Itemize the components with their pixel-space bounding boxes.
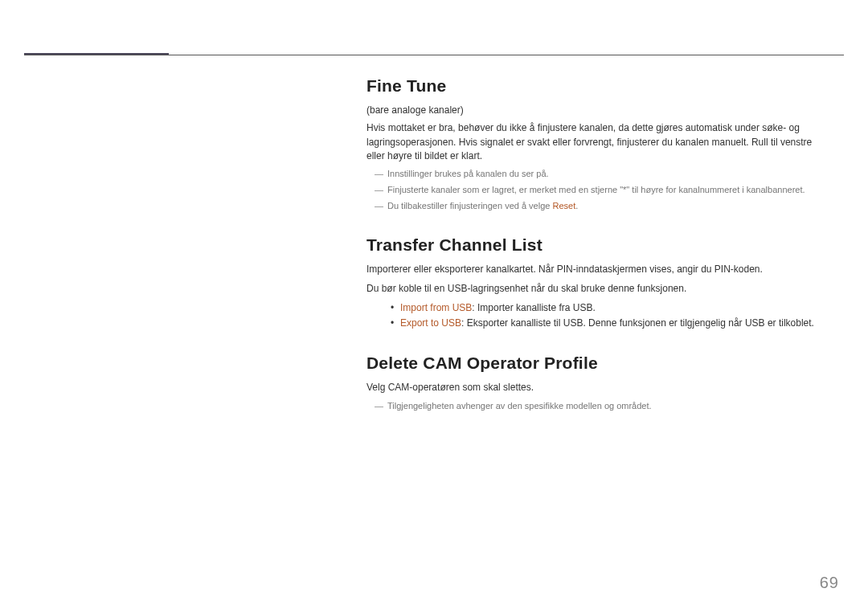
header-rule <box>24 55 844 55</box>
page-number: 69 <box>820 574 839 592</box>
heading-delete-cam: Delete CAM Operator Profile <box>366 353 825 373</box>
list-item: Import from USB: Importer kanalliste fra… <box>391 300 825 316</box>
fine-tune-note-3-post: . <box>575 201 578 210</box>
import-from-usb-keyword: Import from USB <box>400 302 472 313</box>
fine-tune-note-1: Innstillinger brukes på kanalen du ser p… <box>366 168 825 181</box>
transfer-body-2: Du bør koble til en USB-lagringsenhet nå… <box>366 282 825 296</box>
reset-keyword: Reset <box>552 201 575 210</box>
fine-tune-note-3: Du tilbakestiller finjusteringen ved å v… <box>366 200 825 213</box>
export-to-usb-text: : Eksporter kanalliste til USB. Denne fu… <box>461 317 814 329</box>
heading-fine-tune: Fine Tune <box>366 76 825 96</box>
export-to-usb-keyword: Export to USB <box>400 317 461 329</box>
page-content: Fine Tune (bare analoge kanaler) Hvis mo… <box>366 76 825 416</box>
delete-cam-note: Tilgjengeligheten avhenger av den spesif… <box>366 400 825 413</box>
import-from-usb-text: : Importer kanalliste fra USB. <box>472 302 595 313</box>
delete-cam-body: Velg CAM-operatøren som skal slettes. <box>366 381 825 394</box>
transfer-body-1: Importerer eller eksporterer kanalkartet… <box>366 263 825 276</box>
fine-tune-body: Hvis mottaket er bra, behøver du ikke å … <box>366 121 825 163</box>
fine-tune-note-2: Finjusterte kanaler som er lagret, er me… <box>366 184 825 197</box>
document-page: Fine Tune (bare analoge kanaler) Hvis mo… <box>0 0 868 613</box>
heading-transfer-channel-list: Transfer Channel List <box>366 235 825 255</box>
fine-tune-note-3-pre: Du tilbakestiller finjusteringen ved å v… <box>387 201 552 210</box>
transfer-bullet-list: Import from USB: Importer kanalliste fra… <box>366 300 825 331</box>
fine-tune-subtitle: (bare analoge kanaler) <box>366 104 825 116</box>
list-item: Export to USB: Eksporter kanalliste til … <box>391 316 825 331</box>
